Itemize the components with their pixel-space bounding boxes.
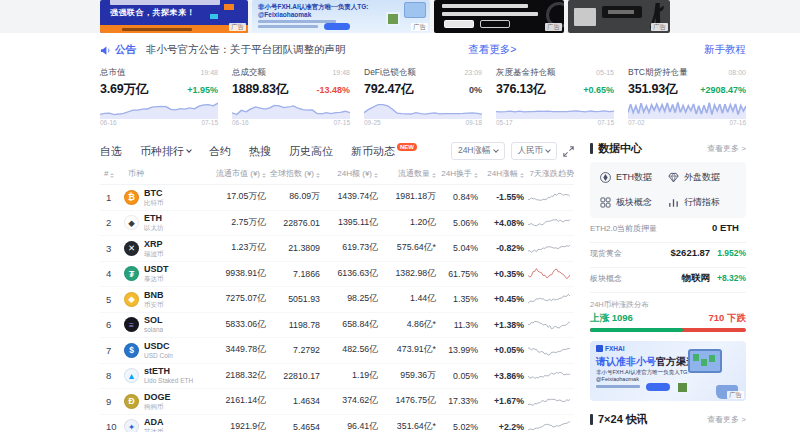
trend-sparkline-7d bbox=[528, 293, 570, 306]
table-row[interactable]: 8 ▲ stETH Lido Staked ETH 2188.32亿 22810… bbox=[100, 364, 574, 390]
banner-text-bar bbox=[258, 20, 336, 23]
news-more-link[interactable]: 查看更多 > bbox=[707, 414, 746, 425]
table-row[interactable]: 5 ◆ BNB 币安币 7275.07亿 5051.93 98.25亿 1.44… bbox=[100, 287, 574, 313]
stat-date-end: 07-15 bbox=[597, 119, 614, 126]
table-row[interactable]: 3 ✕ XRP 瑞波币 1.23万亿 21.3809 619.73亿 575.6… bbox=[100, 236, 574, 262]
shortcut-label: 外盘数据 bbox=[684, 171, 720, 184]
range-filter-dropdown[interactable]: 24H涨幅 bbox=[451, 142, 505, 160]
volume-24h: 1.19亿 bbox=[320, 370, 378, 382]
tab[interactable]: 历史高位 bbox=[289, 144, 333, 159]
banner-button[interactable] bbox=[444, 20, 474, 28]
column-header[interactable]: 全球指数 (¥) bbox=[266, 168, 320, 179]
ad-banner-official-channel[interactable]: 非小号FXH.AI认准官方唯一负责人TG: @Feixiaohaomak 广告 bbox=[252, 0, 430, 33]
sidebar-ad-banner[interactable]: FXHAI 请认准非小号官方渠道 非小号FXH.AI认准官方唯一负责人TG: @… bbox=[590, 341, 746, 401]
stat-card[interactable]: DeFi总锁仓额 23:09 792.47亿 0% 09-25 09-18 bbox=[364, 67, 482, 129]
coin-icon: ≡ bbox=[124, 317, 139, 332]
table-row[interactable]: 9 Ð DOGE 狗狗币 2161.14亿 1.4634 374.62亿 147… bbox=[100, 389, 574, 415]
brand-logo-icon bbox=[596, 345, 603, 352]
table-row[interactable]: 7 $ USDC USD Coin 3449.78亿 7.2792 482.56… bbox=[100, 338, 574, 364]
change-24h: +3.86% bbox=[478, 371, 524, 381]
market-cap: 2161.14亿 bbox=[204, 395, 266, 407]
change-24h: +4.08% bbox=[478, 218, 524, 228]
ad-banner-mining[interactable]: 广告 bbox=[568, 0, 670, 33]
tab[interactable]: 热搜 bbox=[249, 144, 271, 159]
stat-card[interactable]: 总市值 19:48 3.69万亿 +1.95% 06-16 07-15 bbox=[100, 67, 218, 129]
banner-button[interactable] bbox=[480, 20, 510, 28]
stat-card[interactable]: BTC期货持仓量 08:00 351.93亿 +2908.47% 07-02 0… bbox=[628, 67, 746, 129]
coin-symbol: USDT bbox=[144, 265, 169, 275]
fullscreen-icon[interactable] bbox=[563, 146, 574, 157]
trend-sparkline-7d bbox=[528, 420, 570, 432]
column-header[interactable]: 24H额 (¥) bbox=[320, 168, 378, 179]
currency-dropdown[interactable]: 人民币 bbox=[511, 142, 558, 160]
coin-icon: ✦ bbox=[124, 419, 139, 432]
table-row[interactable]: 2 ◆ ETH 以太坊 2.75万亿 22876.01 1395.11亿 1.2… bbox=[100, 211, 574, 237]
shortcut-sector-concepts[interactable]: 板块概念 bbox=[600, 196, 668, 209]
circulating-supply: 1476.75亿 bbox=[378, 395, 436, 407]
metric-row[interactable]: 板块概念 物联网 +8.32% bbox=[590, 268, 746, 293]
column-header-label: 7天涨跌趋势 bbox=[530, 169, 574, 178]
banner-text-bar bbox=[442, 12, 538, 16]
turnover-24h: 17.33% bbox=[436, 396, 478, 406]
sort-icon[interactable] bbox=[110, 173, 114, 178]
volume-24h: 6136.63亿 bbox=[320, 268, 378, 280]
stat-label: 灰度基金持仓额 bbox=[496, 67, 556, 79]
shortcut-market-indicators[interactable]: 行情指标 bbox=[668, 196, 736, 209]
column-header-label: 流通数量 bbox=[398, 169, 430, 178]
metric-row[interactable]: ETH2.0当前质押量 0 ETH bbox=[590, 218, 746, 243]
tab[interactable]: 合约 bbox=[209, 144, 231, 159]
price: 22876.01 bbox=[266, 218, 320, 228]
announcement-more-link[interactable]: 查看更多> bbox=[468, 43, 516, 57]
coin-name: 币安币 bbox=[144, 301, 164, 308]
metric-row[interactable]: 现货黄金 $2621.87 1.952% bbox=[590, 243, 746, 268]
table-row[interactable]: 6 ≡ SOL solana 5833.06亿 1198.78 658.84亿 … bbox=[100, 313, 574, 339]
megaphone-icon bbox=[100, 45, 111, 56]
stat-card[interactable]: 总成交额 19:48 1889.83亿 -13.48% 06-16 07-15 bbox=[232, 67, 350, 129]
turnover-24h: 0.84% bbox=[436, 192, 478, 202]
banner-button[interactable] bbox=[324, 23, 350, 30]
data-center-more-link[interactable]: 查看更多 > bbox=[707, 143, 746, 154]
trend-sparkline-7d bbox=[528, 267, 570, 280]
trend-sparkline-7d bbox=[528, 242, 570, 255]
stat-card[interactable]: 灰度基金持仓额 05-15 376.13亿 +0.65% 05-17 07-15 bbox=[496, 67, 614, 129]
coin-symbol: DOGE bbox=[144, 393, 171, 403]
table-row[interactable]: 4 ₮ USDT 泰达币 9938.91亿 7.1866 6136.63亿 13… bbox=[100, 262, 574, 288]
rank: 2 bbox=[100, 217, 124, 228]
qr-code bbox=[386, 12, 400, 26]
banner-text-bar bbox=[442, 4, 528, 8]
trend-sparkline-7d bbox=[528, 191, 570, 204]
change-24h: +1.67% bbox=[478, 396, 524, 406]
price: 1.4634 bbox=[266, 396, 320, 406]
gem-icon bbox=[668, 172, 679, 183]
ad-button[interactable] bbox=[646, 383, 670, 391]
grid-icon bbox=[600, 197, 611, 208]
stat-sparkline bbox=[496, 99, 614, 119]
stat-date-start: 06-16 bbox=[232, 119, 249, 126]
column-header[interactable]: 币种 bbox=[124, 168, 204, 179]
column-header[interactable]: 24H涨幅 bbox=[478, 168, 524, 179]
ad-banner-dark[interactable]: 广告 bbox=[434, 0, 564, 33]
column-header[interactable]: 流通数量 bbox=[378, 168, 436, 179]
announcement-text[interactable]: 非小号官方公告：关于平台团队调整的声明 bbox=[146, 43, 346, 57]
chevron-down-icon bbox=[493, 147, 499, 153]
column-header[interactable]: # bbox=[100, 169, 124, 178]
column-header[interactable]: 7天涨跌趋势 bbox=[524, 168, 574, 179]
tab[interactable]: 新币动态 NEW bbox=[351, 144, 417, 159]
column-header-label: 24H额 (¥) bbox=[337, 169, 372, 178]
table-row[interactable]: 10 ✦ ADA 艾达币 1921.9亿 5.4654 96.41亿 351.6… bbox=[100, 415, 574, 432]
ad-banner-partnership[interactable]: 强强联合，共探未来！ 广告 bbox=[100, 0, 248, 33]
shortcut-global-markets[interactable]: 外盘数据 bbox=[668, 171, 736, 184]
section-title: 7×24 快讯 bbox=[598, 412, 648, 427]
shortcut-eth-data[interactable]: ETH数据 bbox=[600, 171, 668, 184]
column-header[interactable]: 流通市值 (¥) bbox=[204, 168, 266, 179]
change-24h: -1.55% bbox=[478, 192, 524, 202]
coin-icon: ◆ bbox=[124, 215, 139, 230]
tab[interactable]: 币种排行 bbox=[140, 144, 191, 159]
tab[interactable]: 自选 bbox=[100, 144, 122, 159]
tutorial-link[interactable]: 新手教程 bbox=[704, 43, 746, 57]
section-marker bbox=[590, 414, 593, 425]
change-24h: +0.35% bbox=[478, 269, 524, 279]
column-header[interactable]: 24H换手 bbox=[436, 168, 478, 179]
table-row[interactable]: 1 ₿ BTC 比特币 17.05万亿 86.09万 1439.74亿 1981… bbox=[100, 185, 574, 211]
coin-icon: ▲ bbox=[124, 368, 139, 383]
